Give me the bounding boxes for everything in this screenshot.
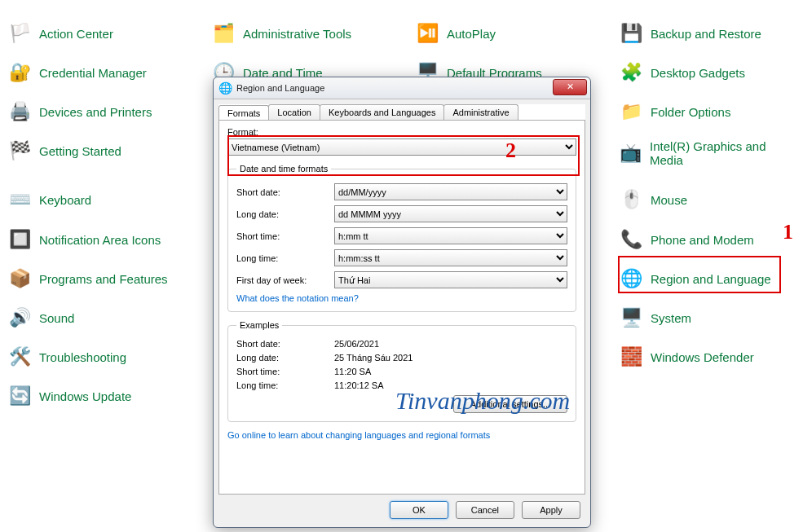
dialog-buttons: OK Cancel Apply [214,495,590,527]
ex-long-date-value: 25 Tháng Sáu 2021 [334,353,413,363]
cancel-button[interactable]: Cancel [456,501,514,519]
cp-label: Windows Update [39,389,131,403]
annotation-1: 1 [783,220,793,244]
annotation-2: 2 [505,138,516,163]
short-time-select[interactable]: h:mm tt [334,227,567,244]
cp-label: Administrative Tools [243,27,351,41]
system-icon: 🖥️ [620,306,642,329]
shield-icon: 🧱 [620,345,642,368]
cp-action-center[interactable]: 🏳️Action Center [8,22,113,45]
tab-keyboards-languages[interactable]: Keyboards and Languages [320,104,445,120]
cp-label: Getting Started [39,144,121,158]
cp-label: System [651,311,691,325]
update-icon: 🔄 [8,385,31,407]
tab-body: Format: Vietnamese (Vietnam) Date and ti… [218,120,585,495]
cp-system[interactable]: 🖥️System [620,306,691,329]
short-time-label: Short time: [236,231,334,241]
tab-location[interactable]: Location [268,104,320,120]
cp-keyboard[interactable]: ⌨️Keyboard [8,188,91,211]
online-link[interactable]: Go online to learn about changing langua… [227,430,490,440]
cp-autoplay[interactable]: ⏯️AutoPlay [416,22,496,45]
cp-label: Sound [39,311,74,325]
cp-devices-printers[interactable]: 🖨️Devices and Printers [8,100,152,123]
safe-icon: 🔐 [8,61,31,84]
short-date-select[interactable]: dd/MM/yyyy [334,183,567,200]
folder-icon: 📁 [620,100,642,123]
date-time-formats-group: Date and time formats Short date:dd/MM/y… [227,164,576,312]
cp-label: Keyboard [39,193,91,207]
cp-intel-graphics[interactable]: 📺Intel(R) Graphics and Media [620,139,791,167]
cp-credential-manager[interactable]: 🔐Credential Manager [8,61,147,84]
cp-notification-icons[interactable]: 🔲Notification Area Icons [8,228,161,251]
cp-label: Folder Options [651,105,730,119]
ex-short-time-label: Short time: [236,367,334,376]
cp-label: Troubleshooting [39,350,126,364]
cp-label: AutoPlay [447,27,496,41]
ex-long-date-label: Long date: [236,353,334,363]
cp-label: Devices and Printers [39,105,152,119]
play-icon: ⏯️ [416,22,439,45]
tools-icon: 🗂️ [212,22,235,45]
tab-bar: Formats Location Keyboards and Languages… [218,104,585,120]
first-day-label: First day of week: [236,275,334,285]
close-button[interactable]: ✕ [553,79,587,95]
cp-windows-update[interactable]: 🔄Windows Update [8,385,131,407]
flag-icon: 🏳️ [8,22,31,45]
speaker-icon: 🔊 [8,306,31,329]
cp-label: Credential Manager [39,66,147,80]
dialog-title: Region and Language [236,83,324,93]
cp-phone-modem[interactable]: 📞Phone and Modem [620,228,754,251]
cp-folder-options[interactable]: 📁Folder Options [620,100,730,123]
cp-label: Windows Defender [651,350,754,364]
short-date-label: Short date: [236,187,334,197]
mouse-icon: 🖱️ [620,188,642,211]
cp-label: Notification Area Icons [39,233,161,247]
ex-long-time-label: Long time: [236,380,334,390]
long-date-label: Long date: [236,209,334,219]
long-date-select[interactable]: dd MMMM yyyy [334,205,567,222]
cp-label: Backup and Restore [651,27,761,41]
notation-link[interactable]: What does the notation mean? [236,293,359,303]
watermark: Tinvanphong.com [395,387,570,415]
annotation-box-2 [227,135,580,176]
ex-short-date-label: Short date: [236,339,334,349]
box-icon: 📦 [8,267,31,290]
tab-formats[interactable]: Formats [218,105,269,121]
cp-label: Mouse [651,193,687,207]
ex-long-time-value: 11:20:12 SA [334,380,384,390]
keyboard-icon: ⌨️ [8,188,31,211]
cp-label: Intel(R) Graphics and Media [650,139,791,167]
cp-backup[interactable]: 💾Backup and Restore [620,22,761,45]
apply-button[interactable]: Apply [522,501,580,519]
cp-label: Action Center [39,27,113,41]
globe-icon: 🌐 [218,81,232,95]
cp-windows-defender[interactable]: 🧱Windows Defender [620,345,754,368]
long-time-select[interactable]: h:mm:ss tt [334,249,567,266]
tab-administrative[interactable]: Administrative [443,104,518,120]
ex-short-time-value: 11:20 SA [334,367,371,376]
cp-gadgets[interactable]: 🧩Desktop Gadgets [620,61,745,84]
phone-icon: 📞 [620,228,642,251]
tray-icon: 🔲 [8,228,31,251]
printer-icon: 🖨️ [8,100,31,123]
cp-label: Phone and Modem [651,233,754,247]
cp-mouse[interactable]: 🖱️Mouse [620,188,687,211]
cp-admin-tools[interactable]: 🗂️Administrative Tools [212,22,351,45]
examples-legend: Examples [236,320,282,330]
ex-short-date-value: 25/06/2021 [334,339,379,349]
wrench-icon: 🛠️ [8,345,31,368]
dialog-titlebar[interactable]: 🌐 Region and Language ✕ [214,77,590,99]
gadgets-icon: 🧩 [620,61,642,84]
backup-icon: 💾 [620,22,642,45]
cp-sound[interactable]: 🔊Sound [8,306,74,329]
first-day-select[interactable]: Thứ Hai [334,271,567,288]
cp-label: Programs and Features [39,272,168,286]
cp-label: Desktop Gadgets [651,66,745,80]
cp-programs-features[interactable]: 📦Programs and Features [8,267,168,290]
cp-getting-started[interactable]: 🏁Getting Started [8,139,121,162]
display-icon: 📺 [620,142,642,165]
start-icon: 🏁 [8,139,31,162]
ok-button[interactable]: OK [390,501,448,519]
long-time-label: Long time: [236,253,334,263]
cp-troubleshooting[interactable]: 🛠️Troubleshooting [8,345,126,368]
